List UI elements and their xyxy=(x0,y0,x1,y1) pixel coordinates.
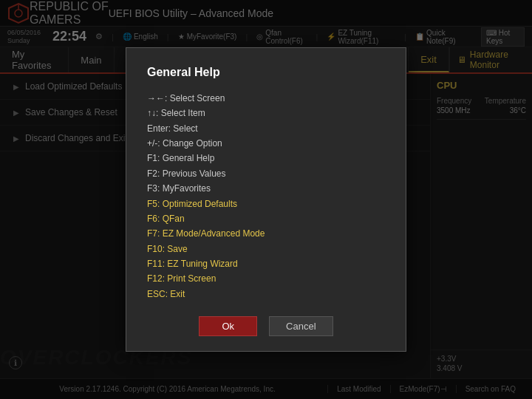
help-line-4: F1: General Help xyxy=(147,151,385,166)
cancel-button[interactable]: Cancel xyxy=(269,316,332,336)
help-line-10: F10: Save xyxy=(147,242,385,256)
ok-button[interactable]: Ok xyxy=(199,316,257,336)
general-help-modal: General Help →←: Select Screen ↑↓: Selec… xyxy=(126,47,406,352)
help-line-7: F5: Optimized Defaults xyxy=(147,197,385,211)
help-line-13: ESC: Exit xyxy=(147,287,385,301)
help-line-5: F2: Previous Values xyxy=(147,166,385,181)
help-line-8: F6: QFan xyxy=(147,211,385,226)
help-line-2: Enter: Select xyxy=(147,121,385,136)
help-line-11: F11: EZ Tuning Wizard xyxy=(147,256,385,271)
help-line-0: →←: Select Screen xyxy=(147,91,385,106)
help-line-6: F3: MyFavorites xyxy=(147,181,385,196)
help-line-9: F7: EZ Mode/Advanced Mode xyxy=(147,226,385,241)
modal-title: General Help xyxy=(147,66,385,79)
modal-buttons: Ok Cancel xyxy=(147,316,385,336)
modal-content: →←: Select Screen ↑↓: Select Item Enter:… xyxy=(147,91,385,301)
help-line-3: +/-: Change Option xyxy=(147,136,385,151)
help-line-12: F12: Print Screen xyxy=(147,271,385,286)
modal-overlay: General Help →←: Select Screen ↑↓: Selec… xyxy=(0,0,532,399)
help-line-1: ↑↓: Select Item xyxy=(147,106,385,120)
